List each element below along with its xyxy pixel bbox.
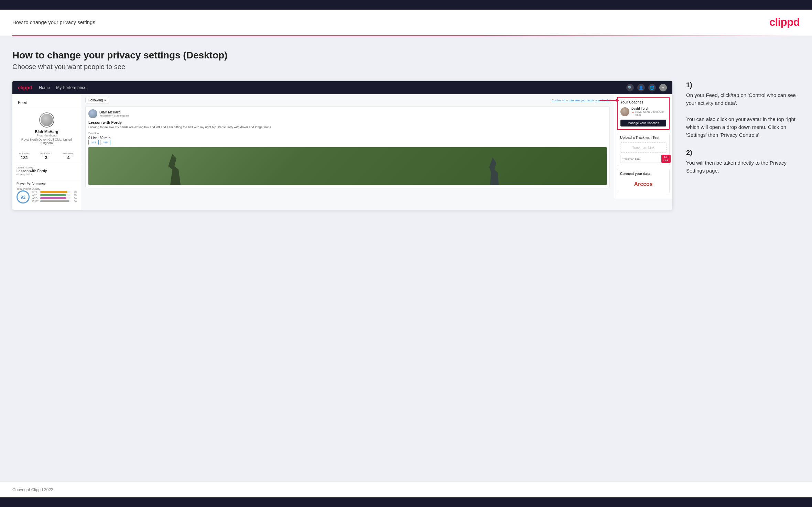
- tag-ott: OTT: [88, 140, 99, 145]
- latest-date: 03 Aug 2022: [17, 173, 77, 176]
- page-subheading: Choose what you want people to see: [12, 63, 800, 71]
- trackman-placeholder: Trackman Link: [620, 142, 667, 153]
- post-avatar: [88, 109, 97, 118]
- trackman-input[interactable]: [620, 155, 660, 163]
- top-bar: [0, 0, 812, 10]
- globe-icon[interactable]: 🌐: [648, 84, 656, 91]
- coaches-wrapper: Your Coaches David Ford 📍 Royal North De…: [617, 97, 670, 130]
- search-icon[interactable]: 🔍: [626, 84, 634, 91]
- coach-item: David Ford 📍 Royal North Devon Golf Club: [620, 107, 666, 117]
- following-button[interactable]: Following ▾: [85, 97, 109, 103]
- coach-info: David Ford 📍 Royal North Devon Golf Club: [631, 107, 666, 117]
- instruction-2-number: 2): [686, 149, 800, 157]
- post-user-info: Blair McHarg Yesterday · Sunningdale: [99, 110, 129, 117]
- header: How to change your privacy settings clip…: [0, 10, 812, 35]
- qb-label: OTT: [32, 191, 39, 193]
- arccos-brand: Arccos: [620, 178, 667, 190]
- tag-app: APP: [100, 140, 110, 145]
- quality-circle: 92: [17, 190, 30, 203]
- trackman-input-row: Add Link: [620, 155, 667, 163]
- post-duration-value: 01 hr : 30 min: [88, 136, 607, 140]
- stat-activities-value: 131: [19, 155, 30, 160]
- stat-activities-label: Activities: [19, 152, 30, 155]
- qb-bar-wrap: [40, 200, 71, 202]
- feed-post: Blair McHarg Yesterday · Sunningdale Les…: [85, 106, 610, 188]
- user-icon[interactable]: 👤: [637, 84, 645, 91]
- qb-bar-wrap: [40, 194, 71, 196]
- nav-my-performance[interactable]: My Performance: [56, 85, 86, 90]
- avatar-icon[interactable]: ▼: [659, 84, 667, 91]
- browser-nav-links: Home My Performance: [39, 85, 86, 90]
- instruction-1-number: 1): [686, 81, 800, 89]
- perf-quality-label: Total Player Quality: [17, 187, 77, 190]
- qb-bar-wrap: [40, 197, 71, 199]
- latest-label: Latest Activity: [17, 166, 77, 169]
- latest-name: Lesson with Fordy: [17, 169, 77, 173]
- stat-following: Following 4: [63, 152, 74, 160]
- right-panel-wrapper: Your Coaches David Ford 📍 Royal North De…: [614, 94, 672, 210]
- user-handicap: Plus Handicap: [17, 134, 77, 137]
- post-title: Lesson with Fordy: [88, 120, 607, 124]
- avatar-image: [40, 113, 54, 127]
- coach-club-name: Royal North Devon Golf Club: [635, 110, 666, 117]
- instructions-panel: 1) On your Feed, click/tap on 'Control w…: [683, 81, 800, 184]
- post-header: Blair McHarg Yesterday · Sunningdale: [88, 109, 607, 118]
- post-desc: Looking to feel like my hands are exitin…: [88, 125, 607, 130]
- quality-bar-row: PUTT 96: [32, 200, 77, 202]
- qb-bar: [40, 200, 69, 202]
- latest-activity: Latest Activity Lesson with Fordy 03 Aug…: [12, 163, 81, 179]
- post-user-name: Blair McHarg: [99, 110, 129, 114]
- browser-body: Feed Blair McHarg Plus Handicap Royal No…: [12, 94, 672, 210]
- copyright: Copyright Clippd 2022: [12, 487, 53, 492]
- browser-navbar: clippd Home My Performance 🔍 👤 🌐 ▼: [12, 81, 672, 94]
- qb-val: 90: [72, 191, 77, 193]
- player-performance-section: Player Performance Total Player Quality …: [12, 179, 81, 206]
- connect-section: Connect your data Arccos: [617, 169, 670, 193]
- manage-coaches-button[interactable]: Manage Your Coaches: [620, 120, 666, 126]
- trackman-title: Upload a Trackman Test: [620, 136, 667, 140]
- add-link-button[interactable]: Add Link: [661, 155, 671, 163]
- coach-avatar: [620, 107, 629, 116]
- perf-title: Player Performance: [17, 182, 77, 185]
- location-icon: 📍: [631, 112, 635, 115]
- logo: clippd: [769, 16, 800, 29]
- page-title: How to change your privacy settings: [12, 19, 95, 25]
- browser-feed: Following ▾ Control who can see your act…: [81, 94, 614, 210]
- stat-following-label: Following: [63, 152, 74, 155]
- stat-activities: Activities 131: [19, 152, 30, 160]
- user-name: Blair McHarg: [17, 130, 77, 134]
- instruction-1-text: On your Feed, click/tap on 'Control who …: [686, 91, 800, 139]
- quality-bar-row: OTT 90: [32, 191, 77, 193]
- user-card: Blair McHarg Plus Handicap Royal North D…: [12, 108, 81, 149]
- post-image: [88, 147, 607, 185]
- coach-club: 📍 Royal North Devon Golf Club: [631, 110, 666, 117]
- silhouette-1: [166, 154, 187, 185]
- qb-bar: [40, 191, 67, 193]
- perf-row: 92 OTT 90 APP 85 ARG 86 PUT: [17, 190, 77, 203]
- browser-logo: clippd: [18, 85, 32, 90]
- browser-right-panel: Your Coaches David Ford 📍 Royal North De…: [614, 94, 672, 199]
- qb-bar: [40, 197, 66, 199]
- main-content: How to change your privacy settings (Des…: [0, 36, 812, 481]
- feed-header: Following ▾ Control who can see your act…: [85, 97, 610, 103]
- user-club: Royal North Devon Golf Club, United King…: [17, 138, 77, 145]
- demo-browser: clippd Home My Performance 🔍 👤 🌐 ▼ Feed: [12, 81, 672, 210]
- qb-label: APP: [32, 194, 39, 196]
- post-duration-label: Duration: [88, 132, 607, 135]
- silhouette-2: [486, 157, 503, 185]
- coach-name: David Ford: [631, 107, 666, 110]
- browser-sidebar: Feed Blair McHarg Plus Handicap Royal No…: [12, 94, 81, 210]
- page-heading: How to change your privacy settings (Des…: [12, 50, 800, 61]
- trackman-section: Upload a Trackman Test Trackman Link Add…: [617, 133, 670, 166]
- qb-val: 96: [72, 200, 77, 202]
- nav-home[interactable]: Home: [39, 85, 50, 90]
- qb-val: 86: [72, 197, 77, 199]
- stat-followers-value: 3: [40, 155, 52, 160]
- demo-instructions: clippd Home My Performance 🔍 👤 🌐 ▼ Feed: [12, 81, 800, 210]
- coaches-title: Your Coaches: [620, 100, 666, 104]
- instruction-2: 2) You will then be taken directly to th…: [686, 149, 800, 175]
- user-avatar: [39, 112, 54, 128]
- feed-tab[interactable]: Feed: [12, 98, 81, 108]
- qb-label: ARG: [32, 197, 39, 199]
- coaches-section: Your Coaches David Ford 📍 Royal North De…: [617, 97, 670, 130]
